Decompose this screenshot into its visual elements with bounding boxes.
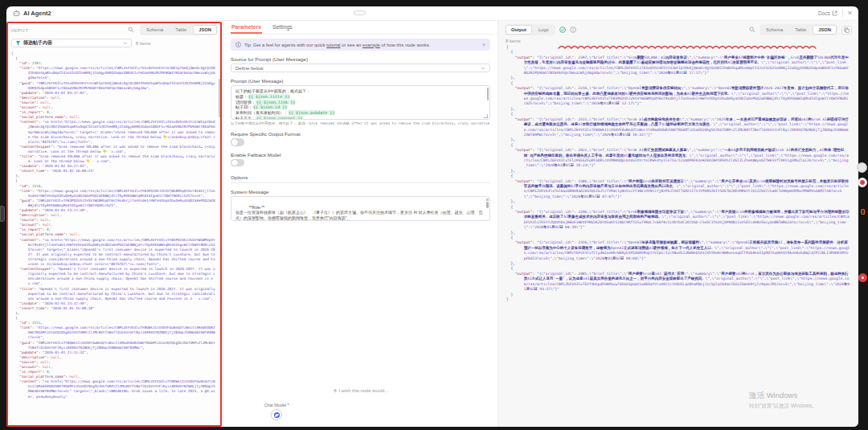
tab-logs[interactable]: Logs xyxy=(533,25,555,35)
expression-token: {{ $json.link }} xyxy=(256,100,296,104)
expression-token: {{ $json.id }} xyxy=(252,104,288,109)
prompt-editor-lines: 以下的帖子都是从X中获取的，格式如下：标题：{{ $json.title }}访… xyxy=(235,88,483,120)
code-line: "link": "https://news.google.com/rss/art… xyxy=(11,66,216,80)
chat-model-icon[interactable] xyxy=(271,409,282,420)
input-scrollbar[interactable] xyxy=(219,79,221,117)
tab-parameters[interactable]: Parameters xyxy=(231,21,262,34)
docs-link[interactable]: Docs xyxy=(818,10,837,16)
tab-json[interactable]: JSON xyxy=(813,25,837,35)
input-source-select[interactable]: 筛选帖子内容 xyxy=(11,39,132,47)
code-line: "output": "{\"original_id\": 2085,\"brie… xyxy=(506,272,850,293)
floating-widget-red[interactable] xyxy=(858,273,867,282)
tip-banner: Tip: Get a feel for agents with our quic… xyxy=(231,39,490,51)
chevron-down-icon xyxy=(123,42,128,45)
robot-node-icon xyxy=(13,10,20,17)
prompt-line: 发布时间（真实发帖时间）：{{ $json.pubdate }} xyxy=(235,110,483,116)
code-line: "output": "{\"original_id\": 2386,\"brie… xyxy=(506,179,850,200)
input-json-code[interactable]: [{"id": 2397,"link": "https://news.googl… xyxy=(6,50,223,427)
prompt-line: 帖子正文：{{ $json.content }} xyxy=(235,116,483,120)
tab-table[interactable]: Table xyxy=(789,25,812,35)
code-line: "output": "{\"original_id\": 2397,\"brie… xyxy=(506,55,850,76)
code-line: "output": "{\"original_id\": 2296,\"brie… xyxy=(506,210,850,231)
system-message-label: System Message xyxy=(231,189,490,195)
output-view-tabs: SchemaTableJSON xyxy=(760,24,837,35)
editor-scrollbar[interactable] xyxy=(487,88,489,100)
code-line: "guid": "CBMiZEFVX3lxTFBQWk1IcU5OVFduNnd… xyxy=(11,341,216,350)
prompt-line: 标题：{{ $json.title }} xyxy=(235,94,483,100)
node-detail-window: AI Agent2 Docs × INPUT xyxy=(6,6,858,427)
info-icon xyxy=(235,42,241,47)
system-message-textarea[interactable]: **Role:** 你是一位资深科技媒体（如《机器之心》、《量子位》）的首席主编… xyxy=(231,196,490,221)
parameters-tabs: ParametersSettings xyxy=(223,21,497,35)
input-panel: INPUT SchemaTableJSON 筛选帖子内容 xyxy=(6,21,223,427)
expression-token: {{ $json.pubdate }} xyxy=(288,110,335,115)
output-json-code[interactable]: [{"output": "{\"original_id\": 2397,\"br… xyxy=(498,44,858,427)
code-line: "title": "Grok removed SOLANA after it w… xyxy=(11,154,216,164)
output-items-count: 8 items xyxy=(498,37,858,44)
input-source-value: 筛选帖子内容 xyxy=(23,39,121,47)
prompt-preview: 以下的帖子都是从X中获取的，格式如下： 标题：Grok removed SOLA… xyxy=(231,121,490,125)
code-line: "guid": "CBMiXEFVX3lxTFB3PQ2UhJ2kSVYWG8M… xyxy=(11,199,216,208)
input-view-tabs: SchemaTableJSON xyxy=(140,24,218,35)
tip-close-icon[interactable]: × xyxy=(482,42,485,47)
page-title: AI Agent2 xyxy=(23,10,51,17)
tab-schema[interactable]: Schema xyxy=(760,25,788,35)
floating-widget-record[interactable] xyxy=(858,178,867,187)
divider xyxy=(231,182,490,183)
code-line: "output": "{\"original_id\": 2316,\"brie… xyxy=(506,240,850,261)
sparkle-icon xyxy=(333,388,338,393)
sub-node-connectors: Chat Model * Memory Tool + xyxy=(223,403,497,427)
copy-button[interactable] xyxy=(841,26,852,35)
fallback-label: Enable Fallback Model xyxy=(231,152,490,158)
copy-icon xyxy=(844,27,850,33)
floating-widget-braces[interactable]: {} xyxy=(858,206,868,216)
tab-schema[interactable]: Schema xyxy=(141,25,169,35)
search-icon[interactable] xyxy=(749,27,755,33)
code-line: "content": "<a href=\"https://news.googl… xyxy=(11,120,216,144)
prompt-line: 访问链接：{{ $json.link }} xyxy=(235,100,483,105)
tab-settings[interactable]: Settings xyxy=(272,21,293,34)
code-line: "link": "https://news.google.com/rss/art… xyxy=(11,189,216,199)
textarea-scrollbar[interactable] xyxy=(486,199,489,219)
tutorial-link[interactable]: tutorial xyxy=(326,43,340,47)
output-mode-tabs: OutputLogs xyxy=(505,24,555,35)
expression-token: {{ $json.content }} xyxy=(256,116,303,120)
tab-json[interactable]: JSON xyxy=(193,25,217,35)
require-format-toggle[interactable] xyxy=(231,138,244,146)
tab-output[interactable]: Output xyxy=(506,25,532,35)
tab-table[interactable]: Table xyxy=(170,25,192,35)
source-prompt-select[interactable]: Define below xyxy=(231,63,490,72)
editor-resize-handle[interactable] xyxy=(484,114,488,118)
output-panel: OutputLogs SchemaTableJSON xyxy=(498,21,858,427)
example-link[interactable]: example xyxy=(362,43,380,47)
wish-row[interactable]: I wish this node would... xyxy=(223,388,497,393)
options-label: Options xyxy=(231,174,490,180)
window-drag-pill xyxy=(354,10,366,15)
window-titlebar: AI Agent2 Docs × xyxy=(6,6,858,21)
left-edge-handle[interactable] xyxy=(0,206,5,222)
parameters-panel: ParametersSettings Tip: Get a feel for a… xyxy=(223,21,498,427)
tip-text: Tip: Get a feel for agents with our quic… xyxy=(244,43,430,47)
filter-node-icon xyxy=(15,40,21,46)
source-prompt-label: Source for Prompt (User Message) xyxy=(231,56,490,62)
floating-widget-gray[interactable] xyxy=(857,162,867,173)
divider xyxy=(842,10,843,17)
require-format-label: Require Specific Output Format xyxy=(231,131,490,137)
code-line: "guid": "CBMiZkFVX3lxTE5xQVhnVE5YcUJWS1p… xyxy=(11,81,216,91)
code-line: "contentSnippet": "OpenAI's first consum… xyxy=(11,267,216,286)
close-icon[interactable]: × xyxy=(848,10,852,17)
chevron-down-icon xyxy=(481,67,485,70)
code-line: "output": "{\"original_id\": 2515,\"brie… xyxy=(506,117,850,138)
code-line: "contentSnippet": "Grok removed SOLANA a… xyxy=(11,145,216,154)
fallback-toggle[interactable] xyxy=(231,159,244,167)
prompt-editor[interactable]: 以下的帖子都是从X中获取的，格式如下：标题：{{ $json.title }}访… xyxy=(231,85,490,120)
code-line: "output": "{\"original_id\": 2216,\"brie… xyxy=(506,86,850,107)
prompt-line: 以下的帖子都是从X中获取的，格式如下： xyxy=(235,88,483,94)
connector-chat-model[interactable]: Chat Model * xyxy=(252,403,301,420)
search-icon[interactable] xyxy=(128,27,134,33)
prompt-label: Prompt (User Message) xyxy=(231,78,490,84)
prompt-line: 帖子ID：{{ $json.id }} xyxy=(235,104,483,110)
input-panel-title: INPUT xyxy=(11,27,29,33)
info-icon[interactable] xyxy=(570,27,576,33)
code-line: "output": "{\"original_id\": 2022,\"brie… xyxy=(506,148,850,169)
